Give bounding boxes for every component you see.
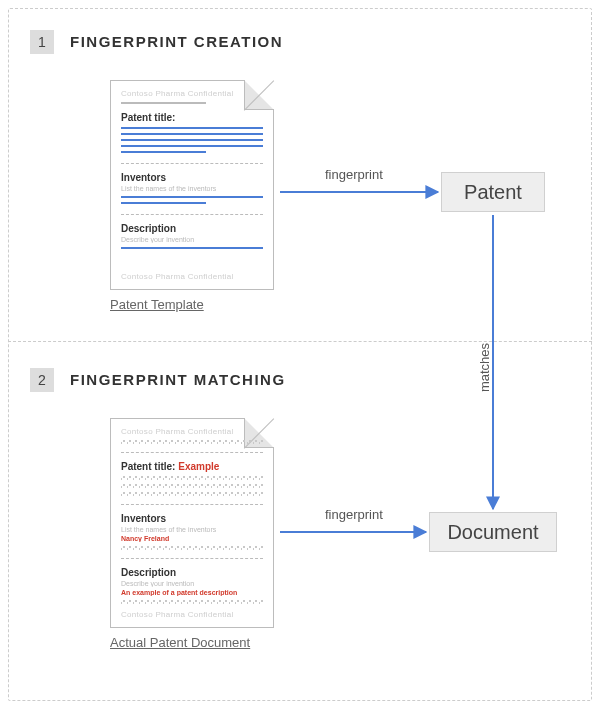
doc-description-label: Description — [121, 567, 263, 578]
arrow-label-fingerprint-1: fingerprint — [325, 167, 383, 182]
doc-inventors-value: Nancy Freland — [121, 535, 263, 542]
patent-node: Patent — [441, 172, 545, 212]
doc-footer: Contoso Pharma Confidential — [121, 272, 234, 281]
step-2-title: FINGERPRINT MATCHING — [70, 371, 286, 388]
doc-footer: Contoso Pharma Confidential — [121, 610, 234, 619]
doc-description-sub: Describe your invention — [121, 236, 263, 243]
doc-title-label: Patent title: Example — [121, 461, 263, 472]
actual-patent-caption: Actual Patent Document — [110, 635, 250, 650]
doc-inventors-label: Inventors — [121, 513, 263, 524]
arrow-label-matches: matches — [477, 343, 492, 392]
doc-inventors-sub: List the names of the inventors — [121, 185, 263, 192]
actual-patent-doc: Contoso Pharma Confidential Patent title… — [110, 418, 274, 628]
doc-header: Contoso Pharma Confidential — [121, 427, 263, 436]
doc-title-value: Example — [178, 461, 219, 472]
step-2-number: 2 — [30, 368, 54, 392]
doc-inventors-label: Inventors — [121, 172, 263, 183]
doc-header: Contoso Pharma Confidential — [121, 89, 263, 98]
patent-template-caption: Patent Template — [110, 297, 204, 312]
doc-description-value: An example of a patent description — [121, 589, 263, 596]
doc-title-label-text: Patent title: — [121, 461, 175, 472]
arrow-label-fingerprint-2: fingerprint — [325, 507, 383, 522]
doc-inventors-sub: List the names of the inventors — [121, 526, 263, 533]
doc-description-sub: Describe your invention — [121, 580, 263, 587]
section-divider — [8, 341, 592, 342]
diagram-frame — [8, 8, 592, 701]
patent-template-doc: Contoso Pharma Confidential Patent title… — [110, 80, 274, 290]
step-1-number: 1 — [30, 30, 54, 54]
doc-title-label: Patent title: — [121, 112, 263, 123]
document-node: Document — [429, 512, 557, 552]
step-1-title: FINGERPRINT CREATION — [70, 33, 283, 50]
doc-description-label: Description — [121, 223, 263, 234]
